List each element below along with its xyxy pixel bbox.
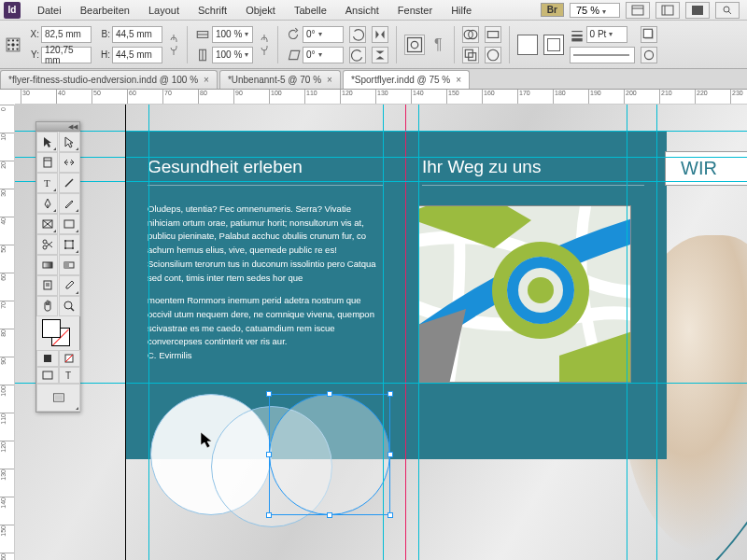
view-mode-button-2[interactable] xyxy=(655,2,680,19)
doc-tab-2[interactable]: *Sportflyer.indd @ 75 %× xyxy=(343,70,470,89)
document-workspace[interactable]: Gesundheit erleben Oludeps, utentia? Fec… xyxy=(15,105,747,560)
pathfinder-4[interactable] xyxy=(485,47,501,63)
menu-objekt[interactable]: Objekt xyxy=(236,2,285,19)
doc-tab-1[interactable]: *Unbenannt-5 @ 70 %× xyxy=(219,70,341,89)
menu-bar: Id Datei Bearbeiten Layout Schrift Objek… xyxy=(0,0,747,21)
note-tool[interactable] xyxy=(36,275,58,296)
svg-point-11 xyxy=(7,43,9,45)
scale-x-icon xyxy=(195,27,210,42)
svg-point-8 xyxy=(7,39,9,41)
gap-tool[interactable] xyxy=(59,152,80,173)
stroke-weight-input[interactable]: 0 Pt xyxy=(586,26,627,43)
scale-y-input[interactable]: 100 % xyxy=(212,47,253,63)
rotate-input[interactable]: 0° xyxy=(303,26,344,43)
x-input[interactable]: 82,5 mm xyxy=(41,26,92,43)
zoom-tool[interactable] xyxy=(59,296,80,316)
w-input[interactable]: 44,5 mm xyxy=(112,26,162,43)
svg-point-9 xyxy=(12,39,14,41)
svg-point-48 xyxy=(43,240,47,244)
effects-button[interactable] xyxy=(641,26,657,43)
select-container-button[interactable] xyxy=(404,35,425,55)
gradient-feather-tool[interactable] xyxy=(59,255,80,275)
formatting-text-button[interactable]: T xyxy=(59,367,81,384)
rectangle-frame-tool[interactable] xyxy=(36,214,58,234)
pathfinder-3[interactable] xyxy=(485,26,501,43)
doc-tab-2-label: *Sportflyer.indd @ 75 % xyxy=(351,75,450,85)
line-tool[interactable] xyxy=(59,173,80,193)
search-button[interactable] xyxy=(715,2,740,19)
shear-input[interactable]: 0° xyxy=(303,47,344,63)
hand-tool[interactable] xyxy=(36,296,58,316)
svg-point-13 xyxy=(16,43,18,45)
tab-close-icon[interactable]: × xyxy=(204,75,209,85)
flip-h-button[interactable] xyxy=(372,26,388,43)
view-mode-button-1[interactable] xyxy=(626,2,650,19)
view-mode-button-3[interactable] xyxy=(685,2,710,19)
bridge-button[interactable]: Br xyxy=(541,3,564,17)
stroke-style-select[interactable] xyxy=(570,47,635,63)
fill-stroke-control[interactable] xyxy=(36,316,80,350)
type-tool[interactable]: T xyxy=(36,173,58,193)
rectangle-tool[interactable] xyxy=(59,214,80,234)
scissors-tool[interactable] xyxy=(36,234,58,255)
view-mode-button[interactable] xyxy=(36,384,80,412)
fill-swatch[interactable] xyxy=(517,35,538,55)
cursor-icon xyxy=(200,431,215,450)
effects-button-2[interactable] xyxy=(641,47,657,63)
vertical-ruler[interactable]: 0102030405060708090100110120130140150160 xyxy=(0,105,15,560)
formatting-container-button[interactable] xyxy=(36,367,59,384)
shear-icon xyxy=(286,48,301,63)
doc-tab-0[interactable]: *flyer-fitness-studio-endversion.indd @ … xyxy=(0,70,218,89)
apply-color-button[interactable] xyxy=(36,350,59,367)
h-input[interactable]: 44,5 mm xyxy=(112,47,162,63)
svg-rect-25 xyxy=(487,31,498,37)
svg-text:T: T xyxy=(44,177,50,189)
zoom-level-select[interactable]: 75 % xyxy=(570,3,620,18)
menu-bearbeiten[interactable]: Bearbeiten xyxy=(71,2,139,19)
menu-hilfe[interactable]: Hilfe xyxy=(442,2,481,19)
svg-point-33 xyxy=(644,50,653,59)
direct-selection-tool[interactable] xyxy=(59,132,80,152)
stroke-weight-icon xyxy=(570,27,585,42)
free-transform-tool[interactable] xyxy=(59,234,80,255)
menu-layout[interactable]: Layout xyxy=(139,2,189,19)
selection-tool[interactable] xyxy=(36,132,58,152)
tab-close-icon[interactable]: × xyxy=(456,75,461,85)
scale-x-input[interactable]: 100 % xyxy=(212,26,253,43)
w-label: B: xyxy=(97,29,110,39)
page-tool[interactable] xyxy=(36,152,58,173)
rotate-cw-button[interactable] xyxy=(349,26,366,43)
pathfinder-2[interactable] xyxy=(462,47,479,63)
tab-close-icon[interactable]: × xyxy=(327,75,332,85)
pencil-tool[interactable] xyxy=(59,193,80,214)
reference-point-icon[interactable] xyxy=(6,37,21,52)
flip-v-button[interactable] xyxy=(372,47,388,63)
rotate-icon xyxy=(286,27,301,42)
apply-none-button[interactable] xyxy=(59,350,81,367)
tools-panel-header[interactable]: ◀◀ xyxy=(36,122,79,132)
svg-point-55 xyxy=(72,247,74,249)
menu-datei[interactable]: Datei xyxy=(28,2,71,19)
doc-tab-1-label: *Unbenannt-5 @ 70 % xyxy=(228,75,321,85)
rotate-ccw-button[interactable] xyxy=(349,47,366,63)
menu-ansicht[interactable]: Ansicht xyxy=(336,2,388,19)
svg-rect-56 xyxy=(43,262,52,268)
constrain-wh-icon[interactable] xyxy=(168,31,179,59)
gradient-swatch-tool[interactable] xyxy=(36,255,58,275)
y-input[interactable]: 120,75 mm xyxy=(41,47,92,63)
menu-tabelle[interactable]: Tabelle xyxy=(285,2,336,19)
constrain-scale-icon[interactable] xyxy=(259,31,270,59)
fill-color-box[interactable] xyxy=(42,319,61,338)
paragraph-indicator-icon: ¶ xyxy=(430,36,446,53)
eyedropper-tool[interactable] xyxy=(59,275,80,296)
svg-rect-0 xyxy=(632,6,643,15)
scale-y-icon xyxy=(195,48,210,63)
tools-panel: ◀◀ T T xyxy=(35,121,80,413)
page-boundary xyxy=(125,105,747,560)
pen-tool[interactable] xyxy=(36,193,58,214)
horizontal-ruler[interactable]: 3040506070809010011012013014015016017018… xyxy=(15,90,747,105)
pathfinder-1[interactable] xyxy=(462,26,479,43)
menu-schrift[interactable]: Schrift xyxy=(189,2,236,19)
menu-fenster[interactable]: Fenster xyxy=(388,2,442,19)
stroke-swatch[interactable] xyxy=(543,35,564,55)
